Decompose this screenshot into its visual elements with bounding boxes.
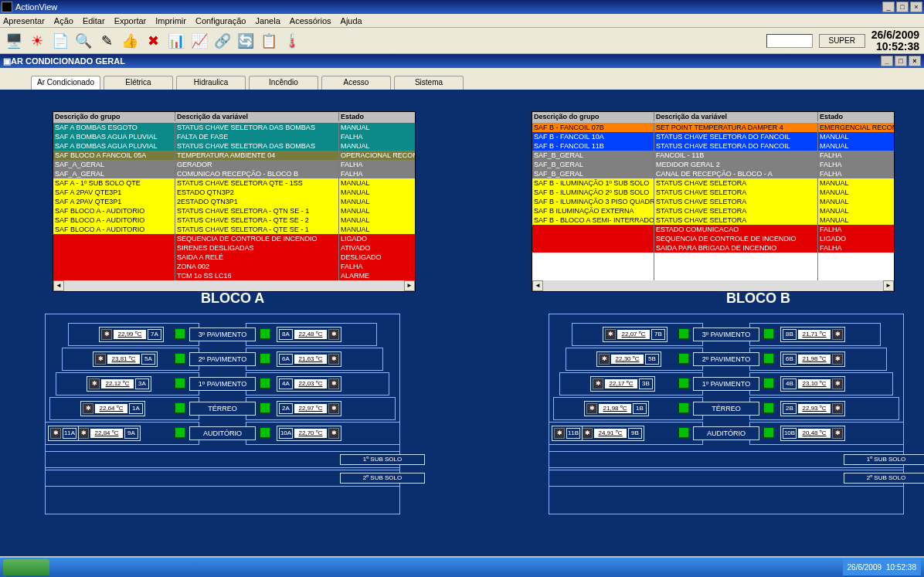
zone-box[interactable]: ✱24,91 ºC9B (579, 426, 644, 441)
status-indicator-icon[interactable] (763, 378, 774, 389)
status-indicator-icon[interactable] (763, 328, 774, 339)
chart2-icon[interactable]: 📈 (190, 32, 209, 50)
menu-ajuda[interactable]: Ajuda (341, 16, 362, 25)
scroll-left-icon[interactable]: ◄ (532, 280, 543, 291)
status-indicator-icon[interactable] (260, 427, 270, 438)
sub-minimize-button[interactable]: _ (881, 56, 893, 66)
zone-box[interactable]: 8B21,71 ºC✱ (780, 327, 845, 342)
zone-box[interactable]: 2A22,97 ºC✱ (277, 401, 341, 416)
table-row[interactable]: ZONA 002FALHA (53, 262, 415, 271)
table-row[interactable]: SAF A BOMBAS ESGOTOSTATUS CHAVE SELETORA… (53, 123, 415, 132)
tab-acesso[interactable]: Acesso (321, 76, 391, 90)
menu-apresentar[interactable]: Apresentar (3, 16, 45, 25)
list-icon[interactable]: 📋 (260, 32, 278, 50)
zone-box[interactable]: ✱11A (48, 426, 79, 441)
alarm-table-b[interactable]: Descrição do grupo Descrição da variável… (532, 111, 895, 292)
status-indicator-icon[interactable] (678, 378, 689, 389)
table-row[interactable] (532, 271, 894, 280)
status-indicator-icon[interactable] (763, 353, 774, 364)
table-row[interactable]: SEQUENCIA DE CONTROLE DE INCENDIOLIGADO (53, 234, 415, 243)
sun-icon[interactable]: ☀ (28, 32, 46, 50)
zone-box[interactable]: ✱22,64 ºC1A (80, 401, 145, 416)
scrollbar-horizontal[interactable]: ◄ ► (532, 280, 894, 291)
table-row[interactable]: SAF A BOMBAS AGUA PLUVIALFALTA DE FASEFA… (53, 132, 415, 141)
table-row[interactable]: SEQUENCIA DE CONTROLE DE INCENDIOLIGADO (532, 234, 894, 243)
status-indicator-icon[interactable] (678, 402, 689, 413)
table-row[interactable]: SAF B - FANCOIL 10ASTATUS CHAVE SELETORA… (532, 132, 894, 141)
zone-box[interactable]: ✱22,30 ºC5B (596, 351, 661, 367)
zone-box[interactable]: ✱22,07 ºC7B (603, 327, 668, 342)
zone-box[interactable]: 2B22,93 ºC✱ (780, 401, 845, 416)
table-row[interactable]: SAF_B_GERALFANCOIL - 11BFALHA (532, 151, 894, 160)
tools-icon[interactable]: ✖ (144, 32, 162, 50)
status-indicator-icon[interactable] (260, 353, 270, 364)
table-row[interactable]: SAF BLOCO A FANCOIL 05ATEMPERATURA AMBIE… (53, 151, 415, 160)
windows-taskbar[interactable]: 26/6/2009 10:52:38 (0, 558, 924, 577)
table-row[interactable]: SAF_B_GERALCANAL DE RECEPÇÃO - BLOCO - A… (532, 169, 894, 178)
table-row[interactable]: SAF BLOCO A - AUDITORIOSTATUS CHAVE SELE… (53, 216, 415, 225)
monitor-icon[interactable]: 🖥️ (5, 32, 23, 50)
table-row[interactable]: ESTADO COMUNICACAOFALHA (532, 225, 894, 234)
zone-box[interactable]: 10A22,70 ºC✱ (277, 426, 341, 441)
table-row[interactable]: SAF_A_GERALCOMUNICAO RECEPÇÃO - BLOCO BF… (53, 169, 415, 178)
pen-icon[interactable]: ✎ (97, 32, 116, 50)
status-indicator-icon[interactable] (175, 353, 185, 364)
zone-box[interactable]: 4B23,10 ºC✱ (780, 376, 845, 392)
menu-exportar[interactable]: Exportar (114, 16, 147, 25)
scroll-left-icon[interactable]: ◄ (53, 280, 64, 291)
zone-box[interactable]: ✱22,99 ºC7A (99, 327, 164, 342)
table-row[interactable]: SAF A - 1º SUB SOLO QTESTATUS CHAVE SELE… (53, 178, 415, 188)
menu-imprimir[interactable]: Imprimir (155, 16, 186, 25)
restore-button[interactable]: □ (896, 2, 909, 12)
zone-box[interactable]: ✱21,98 ºC1B (584, 401, 649, 416)
zone-box[interactable]: 6B21,98 ºC✱ (780, 351, 845, 367)
chart-icon[interactable]: 📊 (167, 32, 185, 50)
scroll-right-icon[interactable]: ► (883, 280, 894, 291)
scrollbar-horizontal[interactable]: ◄ ► (53, 280, 415, 291)
menu-config[interactable]: Configuração (195, 16, 246, 25)
table-row[interactable]: TCM 1o SS LC16ALARME (53, 271, 415, 280)
start-button[interactable] (3, 559, 49, 575)
zone-box[interactable]: 4A22,03 ºC✱ (277, 376, 341, 392)
thumbs-up-icon[interactable]: 👍 (121, 32, 139, 50)
status-indicator-icon[interactable] (260, 378, 270, 389)
zone-box[interactable]: 10B20,48 ºC✱ (780, 426, 845, 441)
status-indicator-icon[interactable] (678, 353, 689, 364)
thermometer-icon[interactable]: 🌡️ (283, 32, 301, 50)
table-row[interactable]: SAF BLOCO A - AUDITORIOSTATUS CHAVE SELE… (53, 206, 415, 216)
status-indicator-icon[interactable] (175, 328, 185, 339)
status-indicator-icon[interactable] (260, 328, 270, 339)
user-mode[interactable]: SUPER (819, 34, 865, 48)
table-row[interactable]: SAIDA A RELÉDESLIGADO (53, 253, 415, 262)
status-indicator-icon[interactable] (678, 328, 689, 339)
table-row[interactable]: SAF B - ILUMINAÇÃO 2º SUB SOLOSTATUS CHA… (532, 188, 894, 197)
table-row[interactable]: SAF B - ILUMINAÇÃO 1º SUB SOLOSTATUS CHA… (532, 178, 894, 188)
system-tray[interactable]: 26/6/2009 10:52:38 (843, 559, 921, 575)
menu-editar[interactable]: Editar (83, 16, 105, 25)
table-row[interactable]: SAIDA PARA BRIGADA DE INCENDIOFALHA (532, 243, 894, 253)
menu-acessorios[interactable]: Acessórios (290, 16, 331, 25)
status-indicator-icon[interactable] (763, 427, 774, 438)
minimize-button[interactable]: _ (882, 2, 895, 12)
scroll-right-icon[interactable]: ► (404, 280, 415, 291)
new-doc-icon[interactable]: 📄 (51, 32, 70, 50)
table-row[interactable]: SAF B ILUMINAÇÃO EXTERNASTATUS CHAVE SEL… (532, 206, 894, 216)
menu-acao[interactable]: Ação (54, 16, 73, 25)
zone-box[interactable]: ✱22,84 ºC9A (76, 426, 141, 441)
status-indicator-icon[interactable] (175, 427, 185, 438)
alarm-table-a[interactable]: Descrição do grupo Descrição da variável… (53, 111, 416, 292)
table-row[interactable]: SAF_A_GERALGERADORFALHA (53, 160, 415, 169)
table-row[interactable] (532, 262, 894, 271)
menu-janela[interactable]: Janela (255, 16, 280, 25)
tab-eletrica[interactable]: Elétrica (104, 76, 173, 90)
refresh-icon[interactable]: 🔄 (236, 32, 255, 50)
zone-box[interactable]: 8A22,48 ºC✱ (277, 327, 341, 342)
table-row[interactable]: SAF B - BLOCO A SEMI- INTERRADOSTATUS CH… (532, 216, 894, 225)
tab-hidraulica[interactable]: Hidraulica (176, 76, 246, 90)
table-row[interactable]: SAF_B_GERALMEDIDOR GERAL 2FALHA (532, 160, 894, 169)
zone-box[interactable]: ✱22,17 ºC3B (590, 376, 655, 392)
table-row[interactable]: SAF B - FANCOIL 07BSET POINT TEMPERATURA… (532, 123, 894, 132)
tab-sistema[interactable]: Sistema (394, 76, 464, 90)
table-row[interactable]: SAF B - FANCOIL 11BSTATUS CHAVE SELETORA… (532, 141, 894, 151)
search-icon[interactable]: 🔍 (74, 32, 93, 50)
